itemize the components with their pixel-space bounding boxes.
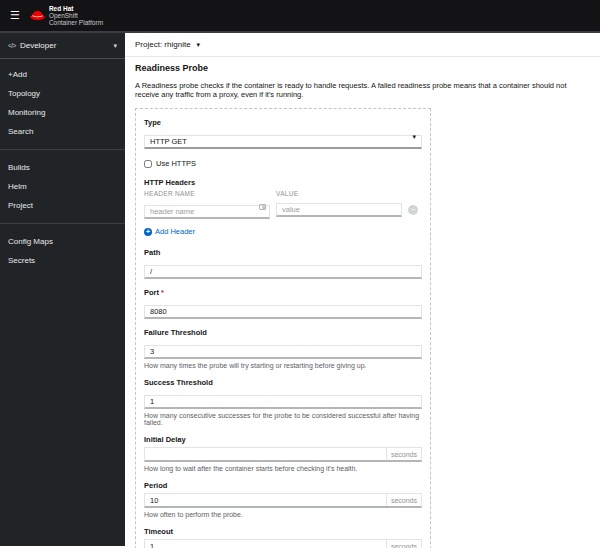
sidebar-item-topology[interactable]: Topology <box>0 84 125 103</box>
brand-line-1: Red Hat <box>49 5 103 12</box>
chevron-down-icon: ▾ <box>197 41 201 49</box>
timeout-label: Timeout <box>144 527 422 536</box>
seconds-addon: seconds <box>386 448 421 460</box>
initial-delay-help: How long to wait after the container sta… <box>144 465 422 472</box>
failure-threshold-label: Failure Threshold <box>144 328 422 337</box>
perspective-label: Developer <box>20 41 56 50</box>
readiness-probe-form: Type ▾ Use HTTPS HTTP Headers HEADER NAM… <box>135 108 431 548</box>
sidebar-item-add[interactable]: +Add <box>0 65 125 84</box>
success-threshold-help: How many consecutive successes for the p… <box>144 412 422 426</box>
initial-delay-input[interactable] <box>145 448 386 460</box>
perspective-switcher[interactable]: </> Developer ▾ <box>0 33 125 59</box>
brand-text: Red Hat OpenShift Container Platform <box>49 5 103 26</box>
add-header-label: Add Header <box>155 227 195 236</box>
sidebar: </> Developer ▾ +Add Topology Monitoring… <box>0 33 125 546</box>
failure-threshold-input[interactable] <box>144 345 422 359</box>
sidebar-divider <box>0 149 125 150</box>
sidebar-item-monitoring[interactable]: Monitoring <box>0 103 125 122</box>
project-selector-label: Project: rhignite <box>135 40 191 49</box>
sidebar-item-project[interactable]: Project <box>0 196 125 215</box>
http-headers-label: HTTP Headers <box>144 178 422 187</box>
required-indicator: * <box>161 288 164 297</box>
seconds-addon: seconds <box>386 494 421 506</box>
brand-line-3: Container Platform <box>49 19 103 26</box>
success-threshold-label: Success Threshold <box>144 378 422 387</box>
add-header-link[interactable]: + Add Header <box>144 227 195 236</box>
port-label-text: Port <box>144 288 159 297</box>
page-description: A Readiness probe checks if the containe… <box>135 81 590 99</box>
sidebar-item-config-maps[interactable]: Config Maps <box>0 232 125 251</box>
sidebar-item-secrets[interactable]: Secrets <box>0 251 125 270</box>
use-https-checkbox[interactable] <box>144 160 152 168</box>
period-help: How often to perform the probe. <box>144 511 422 518</box>
period-input[interactable] <box>145 494 386 506</box>
header-name-input[interactable] <box>144 205 270 219</box>
plus-circle-icon: + <box>144 228 152 236</box>
menu-icon[interactable]: ☰ <box>10 10 20 21</box>
path-input[interactable] <box>144 265 422 279</box>
seconds-addon: seconds <box>386 540 421 548</box>
type-select[interactable] <box>144 135 422 149</box>
sidebar-divider <box>0 223 125 224</box>
main-content: Project: rhignite ▾ Readiness Probe A Re… <box>125 33 600 546</box>
use-https-label: Use HTTPS <box>156 159 196 168</box>
value-column: VALUE <box>276 190 402 197</box>
brand-logo: Red Hat OpenShift Container Platform <box>30 5 103 26</box>
context-bar: Project: rhignite ▾ <box>125 33 600 57</box>
header-value-input[interactable] <box>276 203 402 217</box>
brand-line-2: OpenShift <box>49 12 103 19</box>
redhat-fedora-icon <box>30 10 45 21</box>
sidebar-item-builds[interactable]: Builds <box>0 158 125 177</box>
port-label: Port* <box>144 288 422 297</box>
remove-header-button[interactable]: − <box>408 205 418 215</box>
sidebar-item-search[interactable]: Search <box>0 122 125 141</box>
initial-delay-label: Initial Delay <box>144 435 422 444</box>
success-threshold-input[interactable] <box>144 395 422 409</box>
sidebar-item-helm[interactable]: Helm <box>0 177 125 196</box>
grid-icon <box>259 204 266 210</box>
type-label: Type <box>144 118 422 127</box>
period-label: Period <box>144 481 422 490</box>
code-icon: </> <box>8 42 16 49</box>
masthead: ☰ Red Hat OpenShift Container Platform <box>0 0 600 33</box>
header-name-column: HEADER NAME <box>144 190 270 197</box>
timeout-input[interactable] <box>145 540 386 548</box>
port-input[interactable] <box>144 305 422 319</box>
failure-threshold-help: How many times the probe will try starti… <box>144 362 422 369</box>
project-selector[interactable]: Project: rhignite ▾ <box>135 40 200 49</box>
page-title: Readiness Probe <box>135 63 590 73</box>
path-label: Path <box>144 248 422 257</box>
chevron-down-icon: ▾ <box>113 42 117 50</box>
